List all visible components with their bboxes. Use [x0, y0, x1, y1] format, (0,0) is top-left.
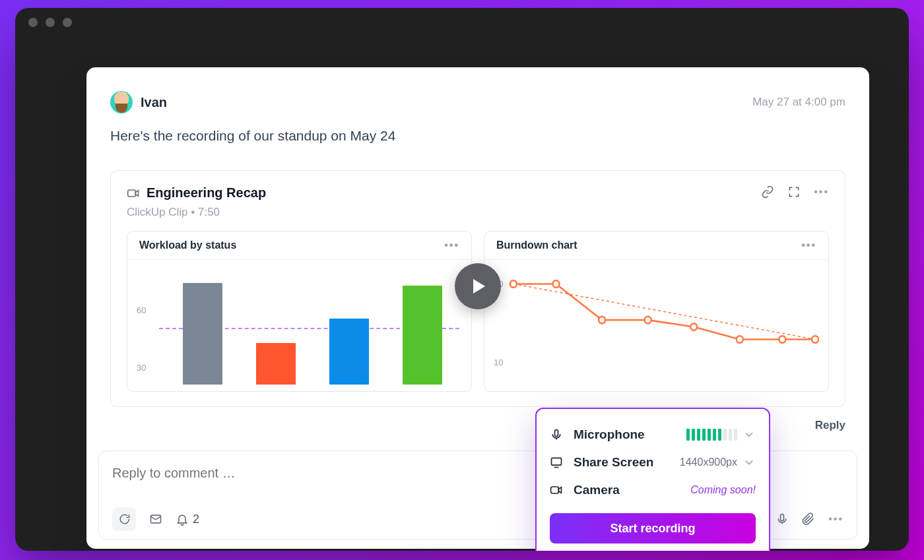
notification-count[interactable]: 2 [176, 513, 199, 526]
play-button[interactable] [455, 263, 501, 309]
mic-label: Microphone [574, 427, 645, 442]
clip-title: Engineering Recap [147, 185, 266, 201]
svg-point-2 [510, 280, 517, 288]
svg-rect-17 [555, 430, 558, 437]
camera-note: Coming soon! [690, 484, 756, 496]
video-icon [127, 187, 140, 200]
notification-count-value: 2 [193, 513, 199, 526]
svg-point-6 [690, 323, 697, 330]
expand-icon[interactable] [787, 185, 801, 199]
bar-4 [403, 286, 442, 385]
share-value: 1440x900px [680, 456, 737, 468]
svg-line-1 [513, 284, 815, 340]
bar-3 [329, 319, 369, 385]
comment-author: Ivan [110, 91, 167, 113]
recording-popover: Microphone Share Screen 1440x [535, 408, 770, 551]
clip-meta: ClickUp Clip • 7:50 [127, 206, 266, 219]
screen-icon [550, 456, 563, 469]
chevron-down-icon [742, 456, 756, 469]
comment-header: Ivan May 27 at 4:00 pm [110, 91, 845, 113]
svg-rect-0 [128, 190, 136, 197]
svg-rect-18 [552, 458, 562, 465]
mail-icon[interactable] [149, 513, 162, 526]
composer-more-icon[interactable]: ••• [828, 513, 843, 525]
svg-point-3 [553, 280, 560, 288]
bar-chart-area: 60 30 [127, 260, 471, 391]
comment-mode-icon[interactable] [112, 507, 136, 531]
reply-button[interactable]: Reply [815, 419, 845, 432]
y-tick-60: 60 [137, 305, 146, 315]
comment: Ivan May 27 at 4:00 pm Here's the record… [86, 67, 869, 156]
line-chart-area: 20 10 [484, 260, 828, 391]
svg-point-7 [737, 336, 743, 343]
mic-meter [686, 429, 737, 441]
clip-header: Engineering Recap ClickUp Clip • 7:50 ••… [127, 185, 829, 219]
y-tick-30: 30 [137, 363, 146, 373]
bar-1 [183, 283, 222, 385]
start-recording-button[interactable]: Start recording [550, 513, 756, 544]
more-icon[interactable]: ••• [814, 186, 829, 198]
y-tick-10: 10 [494, 358, 503, 367]
svg-point-9 [812, 336, 818, 343]
burndown-svg [507, 263, 822, 388]
traffic-light-minimize[interactable] [46, 18, 55, 27]
comments-panel: Ivan May 27 at 4:00 pm Here's the record… [86, 67, 869, 549]
camera-label: Camera [574, 483, 620, 497]
attachment-icon[interactable] [802, 513, 815, 526]
share-label: Share Screen [574, 455, 653, 470]
comment-body: Here's the recording of our standup on M… [110, 128, 845, 144]
bar-2 [256, 343, 296, 385]
native-window: Ivan May 27 at 4:00 pm Here's the record… [15, 8, 909, 551]
traffic-light-close[interactable] [28, 18, 38, 27]
svg-rect-19 [551, 487, 559, 493]
chevron-down-icon [742, 428, 756, 441]
chart-workload-title: Workload by status [139, 239, 236, 251]
play-icon [472, 278, 486, 295]
titlebar [15, 8, 909, 37]
svg-point-5 [645, 317, 651, 324]
popover-camera-row: Camera Coming soon! [550, 476, 756, 504]
charts-row: Workload by status ••• 60 30 [127, 231, 829, 392]
chart-burndown-more-icon[interactable]: ••• [801, 239, 816, 251]
chart-workload-more-icon[interactable]: ••• [444, 239, 459, 251]
chart-workload: Workload by status ••• 60 30 [127, 231, 472, 392]
traffic-light-zoom[interactable] [63, 18, 72, 27]
comment-timestamp: May 27 at 4:00 pm [752, 96, 845, 109]
link-icon[interactable] [761, 185, 774, 199]
mic-icon[interactable] [776, 513, 789, 526]
author-name: Ivan [141, 95, 167, 110]
svg-rect-16 [781, 514, 784, 521]
microphone-icon [550, 428, 563, 441]
popover-share-row[interactable]: Share Screen 1440x900px [550, 449, 756, 476]
popover-mic-row[interactable]: Microphone [550, 421, 756, 449]
svg-point-8 [779, 336, 785, 343]
camera-icon [550, 483, 563, 497]
chart-burndown-title: Burndown chart [496, 239, 578, 251]
avatar [110, 91, 133, 113]
svg-point-4 [599, 317, 605, 324]
clip-card: Engineering Recap ClickUp Clip • 7:50 ••… [110, 170, 845, 407]
chart-burndown: Burndown chart ••• 20 10 [484, 231, 829, 392]
